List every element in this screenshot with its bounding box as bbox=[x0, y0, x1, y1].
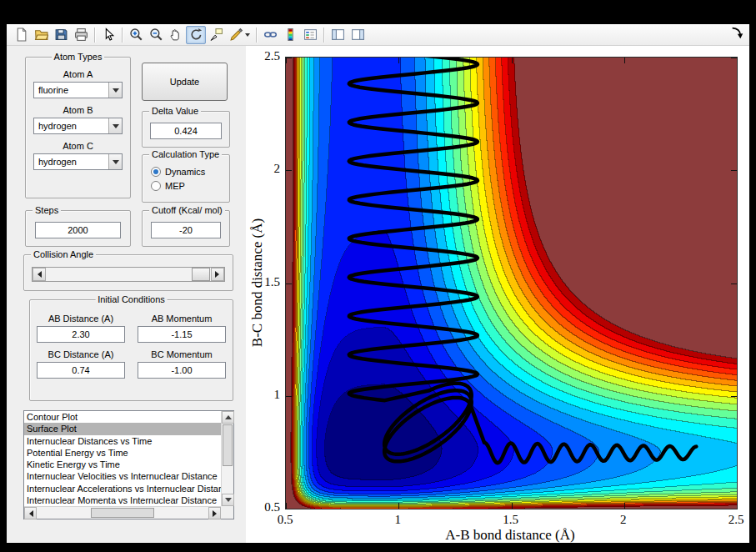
combo-dropdown-button[interactable] bbox=[108, 118, 122, 133]
dock-figure-button[interactable] bbox=[730, 26, 744, 43]
insert-colorbar-button[interactable] bbox=[280, 26, 300, 44]
plot-list-item[interactable]: Internuclear Velocities vs Internuclear … bbox=[24, 470, 221, 482]
new-figure-button[interactable] bbox=[11, 26, 31, 44]
edit-arrow-icon bbox=[102, 28, 116, 42]
radio-label-mep: MEP bbox=[165, 181, 185, 191]
radio-label-dynamics: Dynamics bbox=[165, 167, 205, 177]
atom-b-selected-value: hydrogen bbox=[38, 121, 77, 131]
scroll-left-button[interactable] bbox=[24, 507, 37, 519]
atom-a-selected-value: fluorine bbox=[38, 85, 68, 95]
hide-plot-tools-button[interactable] bbox=[328, 26, 348, 44]
show-plot-tools-button[interactable] bbox=[348, 26, 368, 44]
open-file-button[interactable] bbox=[31, 26, 51, 44]
plot-list-item[interactable]: Internuclear Accelerations vs Internucle… bbox=[24, 483, 221, 494]
atom-types-title: Atom Types bbox=[52, 51, 105, 63]
axes-tick-marks bbox=[286, 58, 737, 509]
initial-conditions-grid: AB Distance (A)AB Momentum2.30-1.15BC Di… bbox=[37, 307, 226, 379]
link-plot-icon bbox=[263, 28, 278, 42]
scroll-right-button[interactable] bbox=[208, 507, 221, 519]
print-figure-button[interactable] bbox=[71, 26, 91, 44]
scroll-down-button[interactable] bbox=[222, 494, 234, 506]
ab-distance-a-field[interactable]: 2.30 bbox=[37, 326, 125, 343]
atom-a-select[interactable]: fluorine bbox=[33, 82, 123, 98]
insert-legend-button[interactable] bbox=[300, 26, 320, 44]
steps-panel: Steps 2000 bbox=[25, 210, 131, 247]
atom-c-selected-value: hydrogen bbox=[38, 157, 77, 167]
rotate-3d-button[interactable] bbox=[186, 26, 206, 44]
atom-a-row: Atom Afluorine bbox=[33, 69, 123, 98]
cutoff-field[interactable]: -20 bbox=[151, 222, 221, 238]
plot-list-item[interactable]: Internuclear Momenta vs Internuclear Dis… bbox=[24, 494, 221, 506]
calculation-type-options: DynamicsMEP bbox=[143, 155, 229, 193]
cutoff-panel: Cutoff (Kcal/ mol) -20 bbox=[142, 210, 230, 247]
slider-thumb[interactable] bbox=[192, 268, 210, 281]
combo-dropdown-button[interactable] bbox=[108, 154, 122, 169]
brush-icon bbox=[229, 28, 243, 42]
chevron-down-icon bbox=[113, 124, 119, 132]
initial-conditions-title: Initial Conditions bbox=[95, 294, 168, 305]
radio-row-dynamics: Dynamics bbox=[151, 164, 229, 178]
atom-b-label: Atom B bbox=[33, 105, 123, 115]
atom-types-panel: Atom Types Atom AfluorineAtom BhydrogenA… bbox=[25, 57, 131, 198]
figure-area: 0.511.522.5 0.511.522.5 A-B bond distanc… bbox=[246, 46, 749, 543]
bc-momentum-field[interactable]: -1.00 bbox=[138, 362, 226, 379]
combo-dropdown-button[interactable] bbox=[108, 83, 122, 98]
pan-button[interactable] bbox=[166, 26, 186, 44]
plot-list-item[interactable]: Internuclear Distances vs Time bbox=[24, 435, 221, 447]
data-cursor-icon bbox=[209, 28, 223, 42]
y-axis-label: B-C bond distance (Å) bbox=[249, 218, 266, 346]
brush-data-button[interactable] bbox=[226, 26, 253, 44]
x-axis-label: A-B bond distance (Å) bbox=[385, 527, 635, 544]
app-window: Atom Types Atom AfluorineAtom BhydrogenA… bbox=[7, 24, 749, 543]
radio-mep[interactable] bbox=[151, 181, 161, 191]
atom-c-label: Atom C bbox=[33, 141, 123, 151]
zoom-in-icon bbox=[129, 28, 143, 42]
save-figure-button[interactable] bbox=[51, 26, 71, 44]
atom-a-label: Atom A bbox=[33, 69, 123, 79]
atom-c-select[interactable]: hydrogen bbox=[33, 153, 123, 170]
horizontal-scroll-thumb[interactable] bbox=[91, 508, 154, 518]
bc-distance-a-field[interactable]: 0.74 bbox=[37, 362, 125, 379]
radio-dynamics[interactable] bbox=[151, 167, 161, 177]
zoom-out-button[interactable] bbox=[146, 26, 166, 44]
ab-momentum-label: AB Momentum bbox=[138, 314, 226, 324]
slider-left-arrow-button[interactable] bbox=[33, 268, 46, 281]
rotate-3d-icon bbox=[189, 28, 203, 42]
plot-list-item[interactable]: Surface Plot bbox=[24, 423, 221, 434]
collision-angle-panel: Collision Angle bbox=[23, 254, 233, 291]
vertical-scrollbar[interactable] bbox=[221, 411, 233, 506]
zoom-in-button[interactable] bbox=[126, 26, 146, 44]
vertical-scroll-thumb[interactable] bbox=[223, 424, 233, 466]
atom-b-select[interactable]: hydrogen bbox=[33, 118, 123, 134]
plot-type-items: Contour PlotSurface PlotInternuclear Dis… bbox=[24, 411, 221, 506]
toolbar-separator bbox=[122, 28, 123, 43]
new-document-icon bbox=[14, 28, 28, 42]
plot-list-item[interactable]: Kinetic Energy vs Time bbox=[24, 459, 221, 470]
data-cursor-button[interactable] bbox=[206, 26, 226, 44]
collision-angle-slider[interactable] bbox=[32, 267, 225, 282]
collision-angle-title: Collision Angle bbox=[31, 248, 96, 260]
plot-list-item[interactable]: Contour Plot bbox=[24, 411, 221, 423]
edit-plot-button[interactable] bbox=[98, 26, 118, 44]
dropdown-caret-icon bbox=[245, 33, 250, 39]
steps-field[interactable]: 2000 bbox=[35, 222, 121, 238]
scroll-up-button[interactable] bbox=[222, 411, 234, 424]
update-button[interactable]: Update bbox=[142, 63, 228, 101]
delta-value-field[interactable]: 0.424 bbox=[150, 123, 222, 139]
ab-momentum-field[interactable]: -1.15 bbox=[138, 326, 226, 343]
horizontal-scrollbar[interactable] bbox=[24, 506, 221, 519]
plot-list-item[interactable]: Potential Energy vs Time bbox=[24, 447, 221, 459]
link-plot-button[interactable] bbox=[260, 26, 280, 44]
right-arrow-icon bbox=[213, 510, 220, 517]
contour-plot-axes[interactable] bbox=[285, 57, 738, 509]
slider-right-arrow-button[interactable] bbox=[211, 268, 224, 281]
calculation-type-title: Calculation Type bbox=[149, 148, 222, 160]
tools-left-icon bbox=[331, 28, 345, 42]
x-tick-label: 2.5 bbox=[715, 513, 756, 527]
steps-title: Steps bbox=[33, 204, 61, 216]
cutoff-title: Cutoff (Kcal/ mol) bbox=[149, 204, 225, 216]
legend-icon bbox=[303, 28, 318, 42]
scrollbar-corner bbox=[221, 506, 233, 519]
dock-arrow-icon bbox=[730, 26, 744, 40]
x-tick-label: 1.5 bbox=[490, 513, 532, 527]
